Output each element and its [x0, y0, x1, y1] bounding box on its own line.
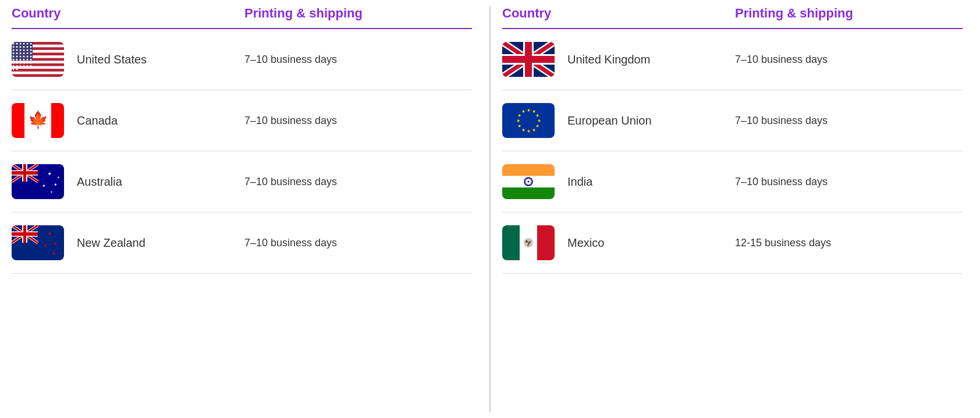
svg-point-42: [27, 59, 29, 61]
flag-icon: [502, 164, 555, 199]
svg-point-22: [20, 49, 22, 51]
table-row: ★★★★★★★★★★★★ European Union7–10 business…: [502, 90, 963, 151]
svg-point-35: [23, 56, 25, 58]
right-shipping-header: Printing & shipping: [735, 6, 963, 21]
page-wrapper: Country Printing & shipping United State…: [0, 0, 980, 418]
svg-text:✦: ✦: [47, 171, 52, 177]
left-country-header: Country: [12, 6, 244, 21]
svg-text:★: ★: [532, 127, 536, 133]
svg-point-31: [30, 52, 32, 54]
country-cell: 🦅 Mexico: [502, 225, 735, 260]
right-table: Country Printing & shipping United Kingd…: [491, 0, 980, 418]
table-row: 🦅 Mexico12-15 business days: [502, 212, 963, 274]
left-table: Country Printing & shipping United State…: [0, 0, 489, 418]
svg-text:★: ★: [521, 109, 525, 114]
svg-point-27: [16, 52, 18, 54]
right-table-header: Country Printing & shipping: [502, 6, 963, 29]
flag-icon: 🍁: [12, 103, 64, 138]
svg-point-44: [13, 62, 15, 64]
table-row: United States7–10 business days: [12, 29, 472, 90]
svg-point-20: [13, 49, 15, 51]
svg-point-41: [23, 59, 25, 61]
svg-point-54: [27, 65, 29, 67]
svg-point-11: [23, 43, 25, 45]
svg-text:✦: ✦: [47, 231, 52, 237]
flag-icon: [12, 42, 64, 77]
svg-rect-4: [12, 61, 64, 63]
svg-point-46: [20, 62, 22, 64]
svg-rect-5: [12, 66, 64, 69]
svg-point-39: [16, 59, 18, 61]
shipping-cell: 7–10 business days: [735, 115, 963, 127]
country-name: Australia: [77, 175, 122, 189]
svg-text:★: ★: [517, 123, 521, 129]
svg-point-32: [13, 56, 15, 58]
country-name: Mexico: [567, 236, 604, 250]
country-cell: India: [502, 164, 735, 199]
country-name: Canada: [77, 114, 118, 127]
flag-icon: ★★★★★★★★★★★★: [502, 103, 555, 138]
svg-point-19: [30, 46, 32, 48]
country-cell: 🍁 Canada: [12, 103, 244, 138]
svg-point-15: [16, 46, 18, 48]
svg-point-24: [27, 49, 29, 51]
svg-point-26: [13, 52, 15, 54]
svg-text:★: ★: [527, 129, 531, 134]
svg-text:★: ★: [535, 123, 539, 129]
svg-rect-143: [502, 225, 520, 260]
right-country-header: Country: [502, 6, 735, 21]
svg-point-13: [30, 43, 32, 45]
svg-text:✦: ✦: [50, 190, 53, 194]
svg-point-55: [30, 65, 32, 67]
svg-point-50: [13, 65, 15, 67]
svg-point-12: [27, 43, 29, 45]
svg-rect-71: [12, 171, 38, 175]
svg-point-47: [23, 62, 25, 64]
shipping-cell: 7–10 business days: [244, 176, 472, 188]
svg-point-37: [30, 56, 32, 58]
shipping-cell: 7–10 business days: [244, 115, 472, 127]
svg-text:★: ★: [521, 127, 525, 133]
table-row: India7–10 business days: [502, 151, 963, 212]
left-table-header: Country Printing & shipping: [12, 6, 472, 29]
svg-text:🍁: 🍁: [28, 110, 48, 129]
country-name: United Kingdom: [567, 53, 650, 66]
country-cell: United States: [12, 42, 244, 77]
svg-point-38: [13, 59, 15, 61]
svg-point-40: [20, 59, 22, 61]
svg-point-33: [16, 56, 18, 58]
svg-rect-6: [12, 72, 64, 75]
svg-point-49: [30, 62, 32, 64]
country-name: United States: [77, 53, 147, 66]
svg-point-17: [23, 46, 25, 48]
svg-point-8: [13, 43, 15, 45]
svg-text:🦅: 🦅: [525, 239, 532, 247]
svg-point-36: [27, 56, 29, 58]
table-row: ✦ ✦ ✦ ✦ ✦ Australia7–10 business days: [12, 151, 472, 212]
svg-rect-113: [502, 164, 555, 176]
svg-point-34: [20, 56, 22, 58]
shipping-cell: 7–10 business days: [735, 176, 963, 188]
svg-point-117: [528, 181, 530, 183]
country-cell: United Kingdom: [502, 42, 735, 77]
svg-text:★: ★: [527, 108, 531, 113]
table-row: ✦ ✦ ✦ ✦ New Zealand7–10 business days: [12, 212, 472, 274]
flag-icon: [502, 42, 555, 77]
flag-icon: 🦅: [502, 225, 555, 260]
svg-point-45: [16, 62, 18, 64]
country-name: New Zealand: [77, 236, 145, 250]
svg-point-16: [20, 46, 22, 48]
svg-point-51: [16, 65, 18, 67]
flag-icon: ✦ ✦ ✦ ✦: [12, 225, 64, 260]
shipping-cell: 7–10 business days: [735, 54, 963, 66]
svg-point-53: [23, 65, 25, 67]
svg-point-56: [13, 69, 15, 70]
svg-text:✦: ✦: [53, 240, 58, 247]
svg-point-29: [23, 52, 25, 54]
svg-text:✦: ✦: [51, 250, 56, 257]
flag-icon: ✦ ✦ ✦ ✦ ✦: [12, 164, 64, 199]
country-name: India: [567, 175, 592, 189]
shipping-cell: 7–10 business days: [244, 54, 472, 66]
svg-text:★: ★: [537, 118, 541, 123]
table-row: United Kingdom7–10 business days: [502, 29, 963, 90]
